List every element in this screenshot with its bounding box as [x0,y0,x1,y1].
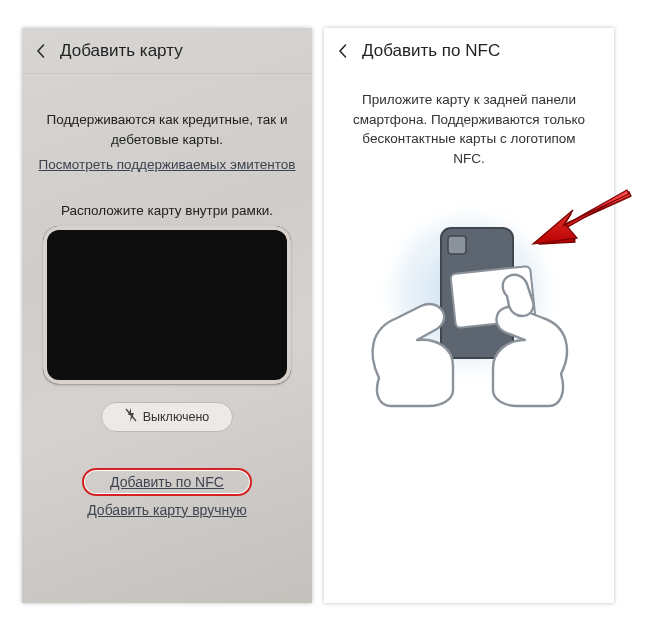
flash-off-icon [125,408,137,425]
nfc-illustration [349,178,589,408]
flash-label: Выключено [143,410,210,424]
header: Добавить карту [22,28,312,74]
back-icon[interactable] [30,40,52,62]
screen-add-by-nfc: Добавить по NFC Приложите карту к задней… [324,28,614,603]
svg-rect-3 [448,236,466,254]
page-title: Добавить по NFC [362,41,500,61]
nfc-instruction: Приложите карту к задней панели смартфон… [324,74,614,172]
add-by-nfc-link[interactable]: Добавить по NFC [110,474,224,490]
header: Добавить по NFC [324,28,614,74]
support-text: Поддерживаются как кредитные, так и дебе… [22,74,312,153]
issuers-link[interactable]: Посмотреть поддерживаемых эмитентов [22,153,312,197]
back-icon[interactable] [332,40,354,62]
page-title: Добавить карту [60,41,183,61]
flash-toggle[interactable]: Выключено [101,402,233,432]
camera-viewfinder [43,226,291,384]
screen-add-card: Добавить карту Поддерживаются как кредит… [22,28,312,603]
add-manually-link[interactable]: Добавить карту вручную [22,502,312,518]
frame-caption: Расположите карту внутри рамки. [22,197,312,226]
add-by-nfc-highlight: Добавить по NFC [82,468,252,496]
